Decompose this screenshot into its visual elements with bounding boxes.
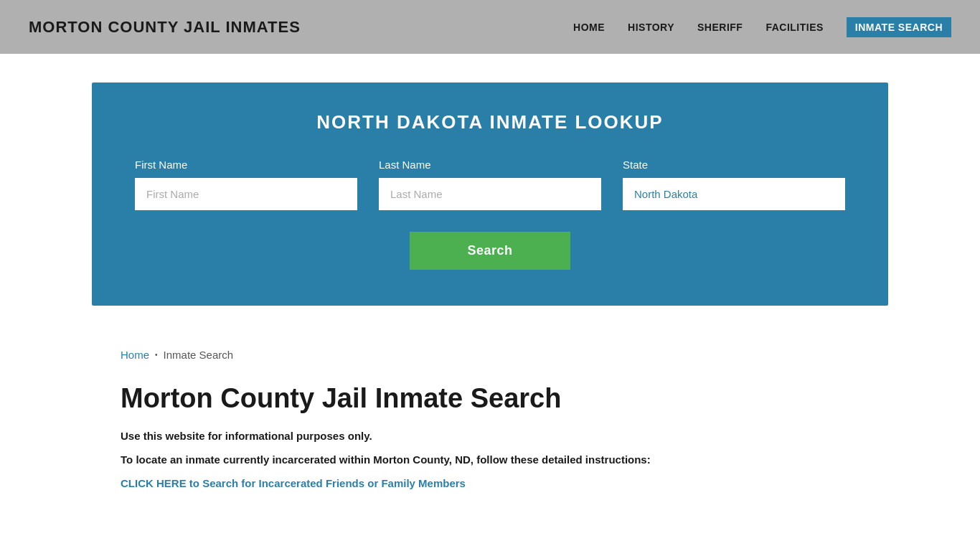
state-input[interactable] <box>623 178 845 210</box>
search-btn-row: Search <box>135 232 845 270</box>
nav-sheriff[interactable]: SHERIFF <box>697 22 743 33</box>
state-label: State <box>623 159 845 171</box>
info-text-1: Use this website for informational purpo… <box>121 430 859 442</box>
breadcrumb-home-link[interactable]: Home <box>121 349 149 361</box>
last-name-input[interactable] <box>379 178 601 210</box>
info-text-2: To locate an inmate currently incarcerat… <box>121 453 859 466</box>
breadcrumb-current: Inmate Search <box>164 349 234 361</box>
nav-facilities[interactable]: FACILITIES <box>765 22 823 33</box>
breadcrumb: Home • Inmate Search <box>121 334 859 382</box>
inmate-search-link[interactable]: CLICK HERE to Search for Incarcerated Fr… <box>121 477 466 489</box>
first-name-label: First Name <box>135 159 357 171</box>
nav-home[interactable]: HOME <box>573 22 605 33</box>
first-name-group: First Name <box>135 159 357 210</box>
search-section: NORTH DAKOTA INMATE LOOKUP First Name La… <box>92 83 888 306</box>
nav-inmate-search[interactable]: INMATE SEARCH <box>847 17 951 37</box>
state-group: State <box>623 159 845 210</box>
form-row: First Name Last Name State <box>135 159 845 210</box>
page-heading: Morton County Jail Inmate Search <box>121 382 859 415</box>
nav-history[interactable]: HISTORY <box>628 22 674 33</box>
main-nav: HOME HISTORY SHERIFF FACILITIES INMATE S… <box>573 17 951 37</box>
site-title: MORTON COUNTY JAIL INMATES <box>29 18 301 37</box>
main-content: Home • Inmate Search Morton County Jail … <box>92 334 888 490</box>
last-name-group: Last Name <box>379 159 601 210</box>
breadcrumb-separator: • <box>155 351 158 359</box>
search-button[interactable]: Search <box>410 232 570 270</box>
search-section-title: NORTH DAKOTA INMATE LOOKUP <box>135 111 845 133</box>
site-header: MORTON COUNTY JAIL INMATES HOME HISTORY … <box>0 0 980 54</box>
first-name-input[interactable] <box>135 178 357 210</box>
last-name-label: Last Name <box>379 159 601 171</box>
